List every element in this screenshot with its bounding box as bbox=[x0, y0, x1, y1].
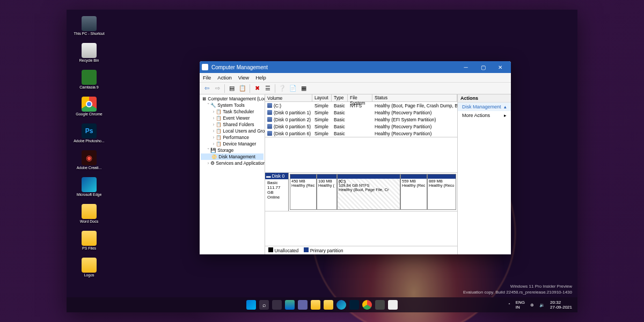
tree-node[interactable]: ˅🔧 System Tools bbox=[201, 102, 264, 108]
wifi-icon[interactable]: ⊕ bbox=[530, 303, 534, 308]
column-header[interactable]: Layout bbox=[312, 94, 332, 101]
primary-swatch bbox=[304, 247, 309, 252]
tree-node[interactable]: ›📋 Task Scheduler bbox=[201, 108, 264, 115]
partitions: 450 MBHealthy (Rec100 MBHealthy ((C:)109… bbox=[289, 173, 457, 211]
menu-help[interactable]: Help bbox=[255, 75, 266, 80]
menu-action[interactable]: Action bbox=[217, 75, 231, 80]
partition[interactable]: (C:)109.84 GB NTFSHealthy (Boot, Page Fi… bbox=[337, 174, 400, 210]
chrome-button[interactable] bbox=[362, 300, 372, 310]
tree-node[interactable]: ›⚙ Services and Applications bbox=[201, 160, 264, 166]
column-header[interactable]: Status bbox=[372, 94, 457, 101]
desktop-icon[interactable]: Camtasia 9 bbox=[73, 70, 105, 96]
collapse-icon: ▴ bbox=[504, 104, 507, 109]
start-button[interactable] bbox=[246, 300, 256, 310]
partition[interactable]: 559 MBHealthy (Rec bbox=[400, 174, 427, 210]
drive-icon bbox=[267, 110, 272, 115]
tray-chevron-icon[interactable]: ˄ bbox=[508, 303, 510, 308]
desktop-icon[interactable]: Word Docs bbox=[73, 204, 105, 230]
desktop-icon[interactable]: This PC - Shortcut bbox=[73, 16, 105, 42]
toolbar: ⇦ ⇨ ▤ 📋 ✖ ☰ ❔ 📄 ▦ bbox=[200, 83, 511, 94]
icon-label: This PC - Shortcut bbox=[73, 32, 105, 36]
column-header[interactable]: Type bbox=[332, 94, 348, 101]
disk-pane[interactable]: ▬Disk 0 Basic 111.77 GB Online 450 MBHea… bbox=[265, 173, 457, 211]
volume-header[interactable]: VolumeLayoutTypeFile SystemStatus bbox=[265, 94, 457, 102]
desktop-icons: This PC - ShortcutRecycle BinCamtasia 9G… bbox=[73, 16, 105, 284]
search-button[interactable]: ⌕ bbox=[259, 300, 269, 310]
desktop-icon[interactable]: PS Files bbox=[73, 231, 105, 257]
explorer-button[interactable] bbox=[311, 300, 320, 310]
forward-button[interactable]: ⇨ bbox=[213, 84, 222, 93]
disk-header[interactable]: ▬Disk 0 Basic 111.77 GB Online bbox=[265, 173, 289, 211]
refresh-button[interactable]: 📋 bbox=[238, 84, 247, 93]
partition[interactable]: 450 MBHealthy (Rec bbox=[290, 174, 317, 210]
desktop-icon[interactable]: ◉Adobe Creati... bbox=[73, 150, 105, 176]
desktop-icon[interactable]: PsAdobe Photosho... bbox=[73, 123, 105, 149]
tray-lang[interactable]: ENGIN bbox=[516, 300, 525, 310]
tree-node[interactable]: ›📋 Event Viewer bbox=[201, 115, 264, 121]
tree-pane[interactable]: 🖥 Computer Management (Local˅🔧 System To… bbox=[200, 94, 265, 254]
back-button[interactable]: ⇦ bbox=[202, 84, 211, 93]
volume-row[interactable]: (Disk 0 partition 5)SimpleBasicHealthy (… bbox=[265, 123, 457, 130]
partition-bar bbox=[317, 174, 336, 179]
partition-info: 559 MBHealthy (Rec bbox=[401, 179, 427, 209]
taskbar[interactable]: ⌕ ˄ ENGIN ⊕ 🔉 20:3227-09-2021 bbox=[67, 297, 577, 312]
partition[interactable]: 869 MBHealthy (Reco bbox=[427, 174, 456, 210]
volume-row[interactable]: (Disk 0 partition 2)SimpleBasicHealthy (… bbox=[265, 116, 457, 123]
separator bbox=[224, 84, 225, 93]
actions-more[interactable]: More Actions▸ bbox=[458, 111, 511, 120]
app-icon bbox=[82, 204, 97, 219]
desktop-icon[interactable]: Recycle Bin bbox=[73, 43, 105, 69]
watermark: Windows 11 Pro Insider Preview Evaluatio… bbox=[463, 283, 572, 295]
maximize-button[interactable]: ▢ bbox=[474, 61, 492, 73]
up-button[interactable]: ▤ bbox=[227, 84, 237, 93]
disk-spacer bbox=[265, 211, 457, 246]
close-button[interactable]: ✕ bbox=[492, 61, 509, 73]
volume-row[interactable]: (Disk 0 partition 1)SimpleBasicHealthy (… bbox=[265, 109, 457, 116]
desktop-icon[interactable]: Microsoft Edge bbox=[73, 177, 105, 203]
minimize-button[interactable]: ─ bbox=[457, 61, 474, 73]
tree-node[interactable]: 🖥 Computer Management (Local bbox=[201, 96, 264, 102]
partition-bar bbox=[338, 174, 400, 179]
edge-button[interactable] bbox=[336, 300, 346, 310]
app-icon bbox=[82, 43, 97, 58]
folder-button[interactable] bbox=[324, 300, 333, 310]
titlebar[interactable]: Computer Management ─ ▢ ✕ bbox=[200, 61, 511, 73]
compmgmt-button[interactable] bbox=[388, 300, 398, 310]
widgets-button[interactable] bbox=[285, 300, 295, 310]
partition[interactable]: 100 MBHealthy ( bbox=[317, 174, 337, 210]
tree-node[interactable]: ›📋 Performance bbox=[201, 134, 264, 141]
help-button[interactable]: ❔ bbox=[277, 84, 287, 93]
column-header[interactable]: Volume bbox=[265, 94, 312, 101]
menubar: FileActionViewHelp bbox=[200, 73, 511, 83]
column-header[interactable]: File System bbox=[348, 94, 372, 101]
tree-node[interactable]: ›📋 Shared Folders bbox=[201, 121, 264, 128]
drive-icon bbox=[267, 117, 272, 122]
taskview-button[interactable] bbox=[272, 300, 282, 310]
app-icon: ◉ bbox=[82, 150, 97, 165]
tree-node[interactable]: ˅💾 Storage bbox=[201, 147, 264, 153]
chat-button[interactable] bbox=[298, 300, 308, 310]
desktop-icon[interactable]: Logos bbox=[73, 258, 105, 283]
volume-list[interactable]: (C:)SimpleBasicNTFSHealthy (Boot, Page F… bbox=[265, 102, 457, 137]
legend-primary: Primary partition bbox=[310, 248, 343, 253]
tray-clock[interactable]: 20:3227-09-2021 bbox=[550, 300, 572, 310]
photoshop-button[interactable] bbox=[349, 300, 359, 310]
properties-button[interactable]: ☰ bbox=[263, 84, 273, 93]
menu-view[interactable]: View bbox=[238, 75, 249, 80]
drive-icon bbox=[267, 131, 272, 136]
delete-button[interactable]: ✖ bbox=[252, 84, 262, 93]
menu-file[interactable]: File bbox=[203, 75, 211, 80]
app-icon bbox=[82, 97, 97, 112]
tree-node[interactable]: ›📋 Device Manager bbox=[201, 141, 264, 147]
tree-node[interactable]: 📀 Disk Management bbox=[201, 153, 264, 160]
actions-title[interactable]: Disk Management▴ bbox=[458, 103, 511, 111]
volume-row[interactable]: (C:)SimpleBasicNTFSHealthy (Boot, Page F… bbox=[265, 102, 457, 109]
system-tray[interactable]: ˄ ENGIN ⊕ 🔉 20:3227-09-2021 bbox=[508, 300, 572, 310]
settings-button[interactable] bbox=[375, 300, 385, 310]
volume-row[interactable]: (Disk 0 partition 6)SimpleBasicHealthy (… bbox=[265, 130, 457, 137]
desktop-icon[interactable]: Google Chrome bbox=[73, 97, 105, 122]
volume-icon[interactable]: 🔉 bbox=[539, 303, 545, 308]
view-button[interactable]: 📄 bbox=[288, 84, 298, 93]
tree-node[interactable]: ›📋 Local Users and Groups bbox=[201, 128, 264, 134]
list-button[interactable]: ▦ bbox=[299, 84, 309, 93]
